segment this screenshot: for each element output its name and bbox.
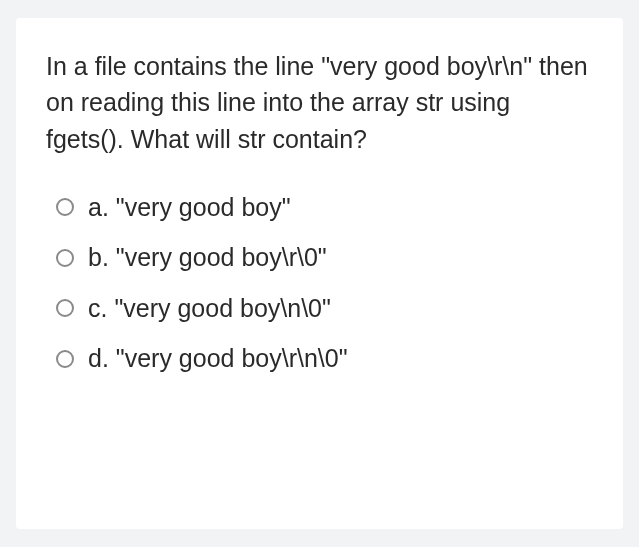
radio-d[interactable]	[56, 350, 74, 368]
option-c-label: c. "very good boy\n\0"	[88, 292, 331, 325]
radio-b[interactable]	[56, 249, 74, 267]
radio-a[interactable]	[56, 198, 74, 216]
option-a-text: "very good boy"	[116, 193, 291, 221]
question-card: In a file contains the line "very good b…	[16, 18, 623, 529]
option-d-text: "very good boy\r\n\0"	[116, 344, 348, 372]
option-c-letter: c.	[88, 294, 107, 322]
option-b-text: "very good boy\r\0"	[116, 243, 327, 271]
option-a[interactable]: a. "very good boy"	[56, 191, 593, 224]
question-text: In a file contains the line "very good b…	[46, 48, 593, 157]
option-d-letter: d.	[88, 344, 109, 372]
option-c-text: "very good boy\n\0"	[114, 294, 331, 322]
option-c[interactable]: c. "very good boy\n\0"	[56, 292, 593, 325]
option-b-label: b. "very good boy\r\0"	[88, 241, 327, 274]
options-group: a. "very good boy" b. "very good boy\r\0…	[46, 191, 593, 375]
radio-c[interactable]	[56, 299, 74, 317]
option-b-letter: b.	[88, 243, 109, 271]
option-d-label: d. "very good boy\r\n\0"	[88, 342, 348, 375]
option-a-letter: a.	[88, 193, 109, 221]
option-b[interactable]: b. "very good boy\r\0"	[56, 241, 593, 274]
option-a-label: a. "very good boy"	[88, 191, 291, 224]
option-d[interactable]: d. "very good boy\r\n\0"	[56, 342, 593, 375]
